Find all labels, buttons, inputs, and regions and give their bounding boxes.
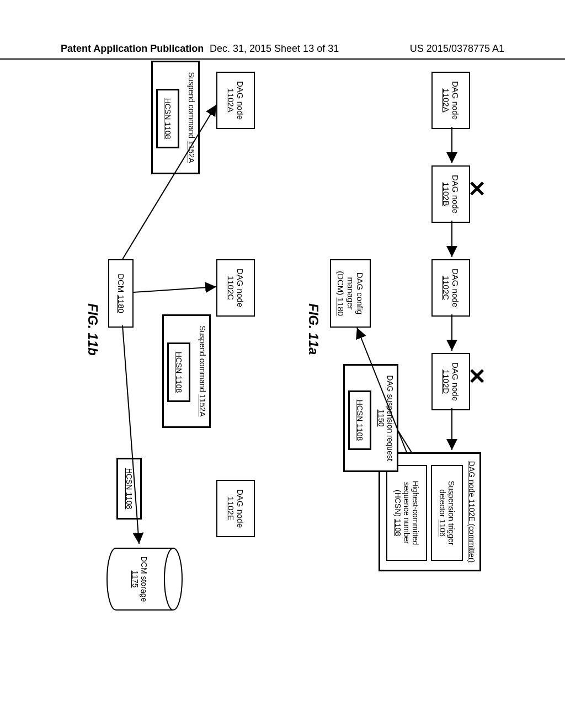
dcm-storage-cylinder: DCM storage 1175: [106, 546, 183, 612]
node-id: 1102C: [441, 276, 451, 300]
l3: (DCM) 1180: [336, 271, 345, 316]
node-id: 1102B: [441, 182, 451, 206]
hcsn-box: Highest-committed sequence number (HCSN)…: [386, 465, 427, 561]
fig11b-suspend-cmd-right: Suspend command 1152A HCSN 1108: [162, 314, 211, 428]
hcsn-inner: HCSN 1108: [348, 390, 371, 450]
line1: Suspension trigger: [447, 481, 456, 545]
line2: sequence number: [402, 482, 411, 544]
fig11a-dcm: DAG config manager (DCM) 1180: [330, 259, 371, 328]
committer-title: DAG node 1102E (committer): [467, 454, 476, 570]
hcsn-label: HCSN 1108: [163, 98, 172, 140]
node-id: 1102A: [441, 88, 451, 112]
svg-line-5: [398, 431, 412, 453]
node-label: DAG node: [236, 81, 245, 120]
title: Suspend command 1152A: [198, 325, 207, 416]
title: Suspend command 1152A: [187, 72, 196, 163]
hcsn-label: HCSN 1108: [355, 400, 364, 441]
fig11b-dcm: DCM 1180: [108, 259, 134, 328]
line3: (HCSN) 1108: [393, 490, 402, 536]
node-id: 1102C: [226, 276, 236, 300]
hcsn-label: HCSN 1108: [174, 352, 183, 393]
header-center: Dec. 31, 2015 Sheet 13 of 31: [210, 43, 339, 55]
hcsn-inner: HCSN 1108: [156, 89, 179, 148]
fig11a-suspension-request: DAG suspension request 1150 HCSN 1108: [343, 364, 398, 472]
node-label: DAG node: [451, 81, 460, 120]
suspension-trigger-detector: Suspension trigger detector 1106: [431, 465, 463, 561]
line2: detector 1106: [438, 489, 447, 537]
node-label: DAG node: [451, 269, 460, 307]
node-label: DAG node: [236, 489, 245, 528]
node-label: DAG node: [451, 362, 460, 401]
node-id: 1102D: [441, 370, 451, 394]
fig11b-node-1102e: DAG node 1102E: [216, 480, 255, 537]
line1: Highest-committed: [411, 481, 420, 545]
fig11b-label: FIG. 11b: [85, 303, 100, 356]
svg-line-8: [134, 287, 216, 292]
title-l2: 1150: [377, 409, 386, 426]
hcsn-inner: HCSN 1108: [167, 342, 190, 402]
svg-point-6: [164, 548, 182, 610]
fig11a-node-1102d: DAG node 1102D: [431, 353, 470, 410]
fig11b-node-1102a: DAG node 1102A: [216, 72, 255, 129]
header-right: US 2015/0378775 A1: [410, 43, 504, 55]
cylinder-label: DCM storage 1175: [131, 546, 148, 612]
fig11a-node-1102c: DAG node 1102C: [431, 259, 470, 317]
fig11a-node-1102a: DAG node 1102A: [431, 72, 470, 129]
hcsn-label: HCSN 1108: [125, 468, 134, 510]
fig11b-node-1102c: DAG node 1102C: [216, 259, 255, 317]
fig11a-node-1102b: DAG node 1102B: [431, 165, 470, 223]
node-label: DAG node: [236, 269, 245, 307]
fig11b-hcsn-box: HCSN 1108: [116, 458, 142, 520]
page-header: Patent Application Publication Dec. 31, …: [0, 43, 565, 60]
fig11a-label: FIG. 11a: [306, 303, 321, 355]
l2: manager: [345, 277, 355, 309]
title-l1: DAG suspension request: [386, 375, 395, 461]
fig11b-suspend-cmd-left: Suspend command 1152A HCSN 1108: [151, 61, 200, 174]
header-left: Patent Application Publication: [61, 43, 204, 55]
dcm-label: DCM 1180: [116, 274, 125, 313]
node-id: 1102A: [226, 88, 236, 112]
node-label: DAG node: [451, 175, 460, 213]
node-id: 1102E: [226, 496, 236, 520]
l1: DAG config: [355, 272, 365, 315]
